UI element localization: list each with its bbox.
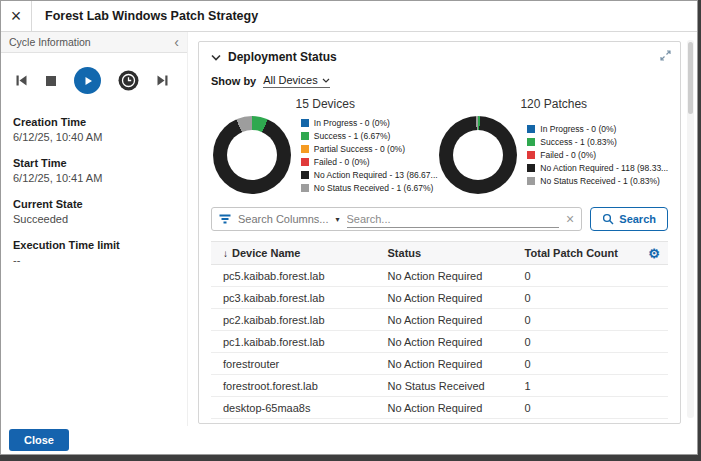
field-label: Execution Time limit xyxy=(13,239,175,251)
table-row[interactable]: desktop-65maa8sNo Action Required0 xyxy=(211,397,668,419)
search-row: Search Columns... ▾ × Search xyxy=(211,207,668,231)
play-button[interactable] xyxy=(74,67,101,94)
legend-swatch xyxy=(301,184,309,192)
search-bar: Search Columns... ▾ × xyxy=(211,207,582,231)
cell-total-patch-count: 0 xyxy=(513,270,634,282)
legend-item: Failed - 0 (0%) xyxy=(301,157,438,167)
patches-chart-title: 120 Patches xyxy=(520,97,587,111)
show-by-value: All Devices xyxy=(263,74,317,86)
field-value: Succeeded xyxy=(13,213,175,225)
cell-status: No Action Required xyxy=(376,314,513,326)
column-header-status[interactable]: Status xyxy=(376,247,513,259)
search-columns-dropdown[interactable]: Search Columns... xyxy=(238,213,328,225)
devices-chart-title: 15 Devices xyxy=(296,97,355,111)
legend-swatch xyxy=(527,125,535,133)
close-icon[interactable]: × xyxy=(1,1,32,31)
table-header: ↓ Device Name Status Total Patch Count ⚙ xyxy=(211,241,668,265)
column-header-device-name[interactable]: ↓ Device Name xyxy=(211,247,376,259)
gear-icon[interactable]: ⚙ xyxy=(648,246,660,261)
legend-label: No Action Required - 13 (86.67... xyxy=(314,170,438,180)
legend-swatch xyxy=(527,138,535,146)
chevron-down-icon[interactable] xyxy=(211,54,221,61)
legend-swatch xyxy=(301,145,309,153)
cell-total-patch-count: 0 xyxy=(513,336,634,348)
cell-device-name: desktop-65maa8s xyxy=(211,402,376,414)
field-value: 6/12/25, 10:41 AM xyxy=(13,172,175,184)
column-header-total-patch-count[interactable]: Total Patch Count xyxy=(513,247,634,259)
cycle-information-panel: Cycle Information ‹ xyxy=(1,32,188,426)
expand-icon[interactable] xyxy=(660,50,671,61)
table-row[interactable]: pc2.kaibab.forest.labNo Action Required0 xyxy=(211,309,668,331)
field-label: Start Time xyxy=(13,157,175,169)
table-row[interactable]: pc1.kaibab.forest.labNo Action Required0 xyxy=(211,331,668,353)
schedule-button[interactable] xyxy=(118,70,139,91)
devices-donut-chart xyxy=(213,116,291,194)
skip-to-end-button[interactable] xyxy=(156,74,169,87)
caret-down-icon[interactable]: ▾ xyxy=(335,215,339,224)
show-by-dropdown[interactable]: All Devices xyxy=(263,74,329,88)
cycle-field: Current StateSucceeded xyxy=(13,198,175,225)
cell-total-patch-count: 0 xyxy=(513,402,634,414)
clear-search-icon[interactable]: × xyxy=(566,212,574,226)
scrollbar-thumb[interactable] xyxy=(688,42,693,114)
cell-status: No Action Required xyxy=(376,402,513,414)
devices-legend: In Progress - 0 (0%)Success - 1 (6.67%)P… xyxy=(301,118,438,193)
legend-item: No Status Received - 1 (0.83%) xyxy=(527,176,668,186)
legend-label: In Progress - 0 (0%) xyxy=(540,124,616,134)
field-label: Creation Time xyxy=(13,116,175,128)
search-input[interactable] xyxy=(347,211,560,228)
skip-to-start-button[interactable] xyxy=(15,74,28,87)
collapse-panel-icon[interactable]: ‹ xyxy=(174,35,179,49)
cycle-field: Creation Time6/12/25, 10:40 AM xyxy=(13,116,175,143)
legend-item: No Action Required - 118 (98.33... xyxy=(527,163,668,173)
legend-item: In Progress - 0 (0%) xyxy=(301,118,438,128)
playback-controls xyxy=(1,53,187,102)
charts-row: 15 Devices In Progress - 0 (0%)Success -… xyxy=(211,97,668,194)
cell-status: No Action Required xyxy=(376,358,513,370)
legend-swatch xyxy=(527,164,535,172)
cell-total-patch-count: 0 xyxy=(513,358,634,370)
table-row[interactable]: pc3.kaibab.forest.labNo Action Required0 xyxy=(211,287,668,309)
legend-label: No Status Received - 1 (6.67%) xyxy=(314,183,434,193)
stop-button[interactable] xyxy=(45,75,57,87)
legend-swatch xyxy=(527,177,535,185)
cell-device-name: forestroot.forest.lab xyxy=(211,380,376,392)
cell-total-patch-count: 1 xyxy=(513,380,634,392)
cell-device-name: pc2.kaibab.forest.lab xyxy=(211,314,376,326)
legend-swatch xyxy=(301,119,309,127)
legend-label: No Action Required - 118 (98.33... xyxy=(540,163,668,173)
patches-legend: In Progress - 0 (0%)Success - 1 (0.83%)F… xyxy=(527,124,668,186)
cell-device-name: forestrouter xyxy=(211,358,376,370)
legend-item: No Status Received - 1 (6.67%) xyxy=(301,183,438,193)
deployment-status-card: Deployment Status Show by All Devices 15… xyxy=(198,41,681,424)
legend-label: Failed - 0 (0%) xyxy=(540,150,596,160)
cycle-field: Start Time6/12/25, 10:41 AM xyxy=(13,157,175,184)
sidebar-title: Cycle Information xyxy=(9,36,91,48)
cell-device-name: pc1.kaibab.forest.lab xyxy=(211,336,376,348)
search-button[interactable]: Search xyxy=(590,207,668,231)
filter-icon[interactable] xyxy=(219,214,231,225)
show-by-label: Show by xyxy=(211,75,256,87)
close-button[interactable]: Close xyxy=(9,429,69,451)
legend-item: Success - 1 (0.83%) xyxy=(527,137,668,147)
table-row[interactable]: forestrouterNo Action Required0 xyxy=(211,353,668,375)
patches-chart: 120 Patches In Progress - 0 (0%)Success … xyxy=(440,97,669,194)
table-row[interactable]: pc5.kaibab.forest.labNo Action Required0 xyxy=(211,265,668,287)
play-icon xyxy=(82,75,94,87)
table-row[interactable]: forestroot.forest.labNo Status Received1 xyxy=(211,375,668,397)
legend-swatch xyxy=(301,132,309,140)
cell-device-name: pc5.kaibab.forest.lab xyxy=(211,270,376,282)
title-bar: × Forest Lab Windows Patch Strategy xyxy=(1,1,697,32)
legend-item: Success - 1 (6.67%) xyxy=(301,131,438,141)
sort-descending-icon[interactable]: ↓ xyxy=(223,248,228,259)
cycle-fields: Creation Time6/12/25, 10:40 AMStart Time… xyxy=(1,102,187,280)
stop-icon xyxy=(45,75,57,87)
cell-status: No Action Required xyxy=(376,270,513,282)
window-title: Forest Lab Windows Patch Strategy xyxy=(45,9,258,23)
field-label: Current State xyxy=(13,198,175,210)
device-table-body: pc5.kaibab.forest.labNo Action Required0… xyxy=(211,265,668,419)
legend-label: Failed - 0 (0%) xyxy=(314,157,370,167)
field-value: -- xyxy=(13,254,175,266)
vertical-scrollbar[interactable] xyxy=(687,40,694,418)
legend-label: Success - 1 (0.83%) xyxy=(540,137,617,147)
